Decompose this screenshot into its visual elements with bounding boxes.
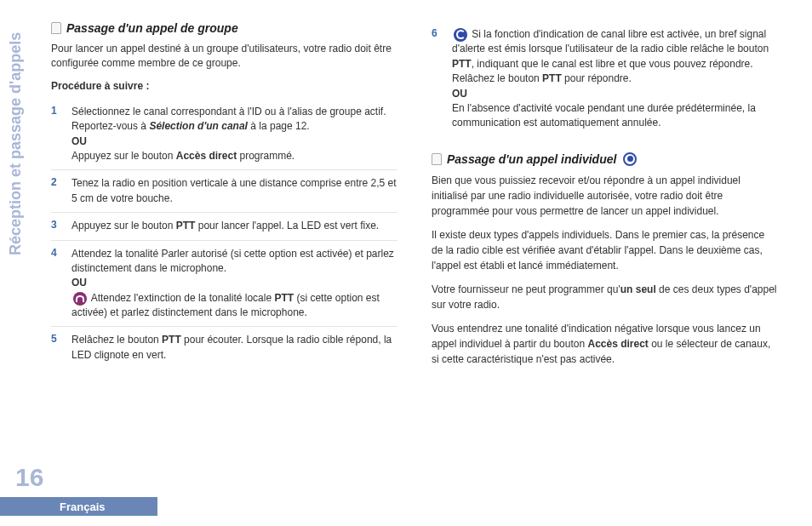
procedure-steps-cont: 6 Si la fonction d'indication de canal l… <box>432 21 778 137</box>
step-6: 6 Si la fonction d'indication de canal l… <box>432 21 778 137</box>
step-number: 3 <box>51 219 63 233</box>
text: Si la fonction d'indication de canal lib… <box>452 28 769 54</box>
text: Attendez l'extinction de la tonalité loc… <box>89 292 274 304</box>
step-1: 1 Sélectionnez le canal correspondant à … <box>51 99 397 171</box>
procedure-steps: 1 Sélectionnez le canal correspondant à … <box>51 99 397 369</box>
button-name: PTT <box>542 72 562 84</box>
or-label: OU <box>452 87 778 101</box>
vertical-section-label: Réception et passage d'appels <box>7 32 25 255</box>
text: pour répondre. <box>562 72 632 84</box>
button-name: Accès direct <box>176 150 237 162</box>
or-label: OU <box>71 276 397 290</box>
button-name: PTT <box>176 220 196 232</box>
left-column: Passage d'un appel de groupe Pour lancer… <box>51 21 397 443</box>
step-body: Attendez la tonalité Parler autorisé (si… <box>71 247 397 321</box>
text: Attendez la tonalité Parler autorisé (si… <box>71 248 394 274</box>
step-body: Tenez la radio en position verticale à u… <box>71 176 397 206</box>
right-column: 6 Si la fonction d'indication de canal l… <box>432 21 778 443</box>
step-number: 1 <box>51 105 63 164</box>
paragraph: Bien que vous puissiez recevoir et/ou ré… <box>432 173 778 219</box>
step-2: 2 Tenez la radio en position verticale à… <box>51 170 397 213</box>
channel-free-icon <box>454 28 467 42</box>
paragraph: Vous entendrez une tonalité d'indication… <box>432 321 778 367</box>
step-number: 6 <box>432 27 443 131</box>
button-name: Accès direct <box>587 338 648 350</box>
xref: Sélection d'un canal <box>149 120 248 132</box>
step-body: Si la fonction d'indication de canal lib… <box>452 27 778 131</box>
step-number: 2 <box>51 176 63 206</box>
text: programmé. <box>237 150 294 162</box>
paragraph: Il existe deux types d'appels individuel… <box>432 227 778 273</box>
step-5: 5 Relâchez le bouton PTT pour écouter. L… <box>51 327 397 369</box>
heading-group-call: Passage d'un appel de groupe <box>51 21 397 35</box>
step-number: 5 <box>51 333 63 363</box>
step-body: Sélectionnez le canal correspondant à l'… <box>71 105 397 164</box>
text: Appuyez sur le bouton <box>71 150 176 162</box>
step-number: 4 <box>51 247 63 321</box>
text: pour lancer l'appel. La LED est vert fix… <box>195 220 379 232</box>
heading-individual-call: Passage d'un appel individuel <box>432 152 778 166</box>
step-3: 3 Appuyez sur le bouton PTT pour lancer … <box>51 213 397 240</box>
emphasis: un seul <box>620 283 656 295</box>
step-body: Relâchez le bouton PTT pour écouter. Lor… <box>71 333 397 363</box>
page-body: Passage d'un appel de groupe Pour lancer… <box>0 0 812 460</box>
talk-permit-icon <box>73 292 87 306</box>
button-name: PTT <box>452 58 472 70</box>
intro-paragraph: Pour lancer un appel destiné à un groupe… <box>51 42 397 71</box>
page-icon <box>432 153 442 165</box>
paragraph: Votre fournisseur ne peut programmer qu'… <box>432 282 778 312</box>
button-name: PTT <box>162 334 181 346</box>
text: Relâchez le bouton <box>71 334 162 346</box>
page-number: 16 <box>15 463 43 492</box>
step-4: 4 Attendez la tonalité Parler autorisé (… <box>51 241 397 328</box>
text: Appuyez sur le bouton <box>71 220 176 232</box>
language-bar: Français <box>0 497 157 516</box>
button-name: PTT <box>274 292 294 304</box>
individual-call-icon <box>623 152 637 166</box>
heading-text: Passage d'un appel individuel <box>447 152 616 166</box>
procedure-label: Procédure à suivre : <box>51 80 397 92</box>
or-label: OU <box>71 134 397 149</box>
text: à la page 12. <box>248 120 310 132</box>
text: Votre fournisseur ne peut programmer qu' <box>432 283 620 295</box>
step-body: Appuyez sur le bouton PTT pour lancer l'… <box>71 219 397 233</box>
text: En l'absence d'activité vocale pendant u… <box>452 102 756 129</box>
heading-text: Passage d'un appel de groupe <box>66 21 238 35</box>
page-icon <box>51 22 61 34</box>
